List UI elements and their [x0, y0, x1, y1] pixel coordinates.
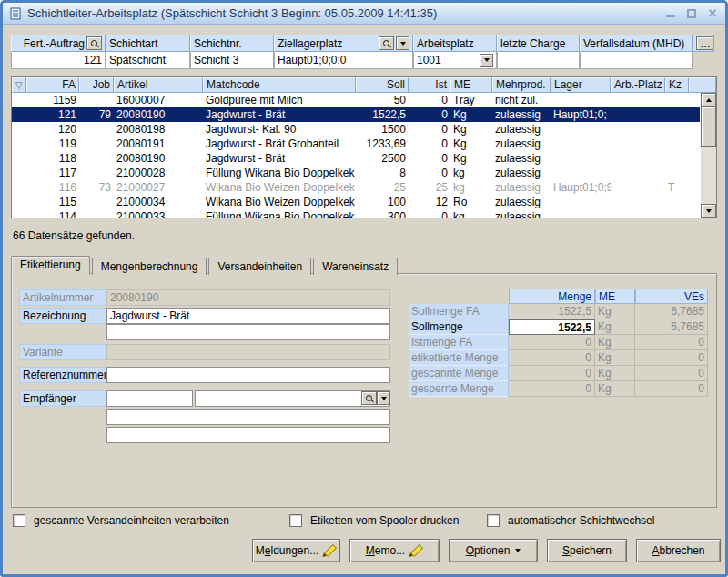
table-row[interactable]: 11721000028Füllung Wikana Bio Doppelkek8…: [12, 166, 716, 180]
empfaenger-dropdown-button[interactable]: [377, 391, 390, 405]
arrow-up-icon: [706, 98, 712, 102]
verfallsdatum-value[interactable]: [580, 52, 693, 69]
column-header-mehrprod[interactable]: Mehrprod.: [492, 77, 551, 93]
arbeitsplatz-dropdown-button[interactable]: [480, 54, 493, 67]
qty-menge: 0: [509, 366, 595, 381]
ziellagerplatz-value[interactable]: Haupt01;0;0;0: [274, 52, 413, 69]
schichtart-value[interactable]: Spätschicht: [106, 52, 190, 69]
cell-fa: 115: [26, 195, 79, 209]
maximize-button[interactable]: [684, 7, 699, 20]
arbeitsplatz-combo[interactable]: 1001: [413, 52, 497, 69]
table-row[interactable]: 11920080191Jagdwurst - Brät Grobanteil12…: [12, 137, 716, 151]
column-header-artikel[interactable]: Artikel: [114, 77, 203, 93]
cell-soll: 1522,5: [356, 107, 409, 122]
empfaenger-code-input[interactable]: [106, 390, 193, 407]
table-row[interactable]: 11820080190Jagdwurst - Brät25000Kgzulaes…: [12, 151, 716, 166]
cell-matchcode: Jagdwurst - Brät: [203, 107, 356, 122]
button-meldungen[interactable]: Meldungen...: [252, 539, 340, 562]
table-row[interactable]: 115916000007Goldpüree mit Milch500Trayni…: [12, 93, 716, 107]
column-header-matchcode[interactable]: Matchcode: [203, 77, 356, 93]
tab-1[interactable]: Etikettierung: [11, 256, 90, 275]
titlebar[interactable]: Schichtleiter-Arbeitsplatz (Spätschicht …: [3, 3, 725, 25]
column-header-job[interactable]: Job: [79, 77, 114, 93]
cell-artikel: 21000033: [114, 209, 203, 218]
ziellagerplatz-search-button[interactable]: [379, 36, 394, 50]
sort-icon[interactable]: ▽: [12, 77, 26, 93]
bezeichnung-input-2[interactable]: [106, 324, 390, 340]
column-header-arbplatz[interactable]: Arb.-Platz: [611, 77, 665, 93]
search-icon: [91, 40, 97, 46]
app-window: Schichtleiter-Arbeitsplatz (Spätschicht …: [0, 0, 728, 577]
button-memo[interactable]: Memo...: [349, 539, 440, 562]
cell-fa: 120: [26, 122, 79, 137]
table-row[interactable]: 12020080198Jagdwurst- Kal. 9015000Kgzula…: [12, 122, 716, 137]
qty-header-spacer: [409, 288, 509, 304]
button-abbrechen[interactable]: Abbrechen: [636, 539, 721, 562]
column-header-soll[interactable]: Soll: [356, 77, 409, 93]
table-row[interactable]: 11521000034Wikana Bio Weizen Doppelkek10…: [12, 195, 716, 209]
cell-soll: 100: [356, 195, 409, 209]
chevron-down-icon: [381, 397, 387, 400]
filter-header-schichtart: Schichtart: [106, 35, 190, 52]
empfaenger-line3-input[interactable]: [106, 427, 390, 443]
empfaenger-line2-input[interactable]: [106, 409, 390, 425]
variante-label: Variante: [19, 344, 106, 360]
qty-menge[interactable]: 1522,5: [509, 319, 595, 335]
table-row[interactable]: 1167321000027Wikana Bio Weizen Doppelkek…: [12, 180, 716, 195]
checkbox-3[interactable]: automatischer Schichtwechsel: [487, 514, 654, 527]
button-label: Meldungen...: [256, 544, 318, 557]
schichtnr-value[interactable]: Schicht 3: [190, 52, 274, 69]
scroll-down-button[interactable]: [701, 204, 716, 218]
table-row[interactable]: 11421000033Füllung Wikana Bio Doppelkek3…: [12, 209, 716, 218]
minimize-button[interactable]: [663, 7, 678, 20]
checkbox-1[interactable]: gescannte Versandeinheiten verarbeiten: [13, 514, 229, 527]
referenznummer-input[interactable]: [106, 367, 390, 383]
fert-auftrag-value[interactable]: 121: [11, 52, 106, 69]
cell-ist: 0: [409, 93, 450, 107]
fert-auftrag-search-button[interactable]: [86, 36, 102, 50]
tab-3[interactable]: Versandeinheiten: [208, 258, 311, 275]
button-label: Optionen: [466, 544, 511, 557]
cell-artikel: 21000034: [114, 195, 203, 209]
more-button[interactable]: ...: [696, 36, 714, 50]
empfaenger-buttons: [361, 391, 390, 406]
qty-me: Kg: [595, 366, 635, 381]
tab-4[interactable]: Wareneinsatz: [313, 258, 398, 275]
checkbox-box[interactable]: [13, 514, 25, 527]
button-optionen[interactable]: Optionen: [449, 539, 538, 562]
qty-ves: 6,7685: [635, 319, 708, 335]
ziellagerplatz-dropdown-button[interactable]: [396, 36, 410, 50]
vertical-scrollbar[interactable]: [700, 93, 716, 218]
column-header-kz[interactable]: Kz: [665, 77, 689, 93]
column-header-me[interactable]: ME: [450, 77, 492, 93]
filter-header-schichtnr: Schichtnr.: [190, 35, 274, 52]
cell-artikel: 20080198: [114, 122, 203, 137]
letzte-charge-value[interactable]: [497, 52, 580, 69]
checkbox-box[interactable]: [289, 514, 302, 527]
column-header-ist[interactable]: Ist: [409, 77, 450, 93]
status-text: 66 Datensätze gefunden.: [13, 229, 135, 242]
checkbox-label: Etiketten vom Spooler drucken: [310, 514, 459, 527]
table-row[interactable]: 1217920080190Jagdwurst - Brät1522,50Kgzu…: [12, 107, 716, 122]
column-header-lager[interactable]: Lager: [551, 77, 611, 93]
scrollbar-thumb[interactable]: [701, 106, 716, 147]
tab-2[interactable]: Mengenberechnung: [92, 258, 207, 275]
cell-artikel: 16000007: [114, 93, 203, 107]
checkbox-box[interactable]: [487, 514, 500, 527]
empfaenger-search-button[interactable]: [361, 391, 377, 405]
scroll-up-button[interactable]: [701, 93, 716, 106]
cell-arbplatz: [611, 122, 665, 137]
checkbox-2[interactable]: Etiketten vom Spooler drucken: [289, 514, 459, 527]
button-label: Memo...: [366, 544, 405, 557]
column-header-fa[interactable]: FA: [26, 77, 79, 93]
cell-artikel: 20080191: [114, 137, 203, 151]
row-indicator-cell: [12, 151, 26, 166]
close-button[interactable]: [705, 7, 720, 20]
cell-matchcode: Jagdwurst - Brät: [203, 151, 356, 166]
cell-mehrprod: zulaessig: [492, 107, 551, 122]
cell-me: kg: [450, 209, 492, 218]
cell-arbplatz: [611, 137, 665, 151]
bezeichnung-input[interactable]: [106, 308, 390, 324]
qty-label: Sollmenge FA: [409, 304, 509, 319]
button-speichern[interactable]: Speichern: [547, 539, 627, 562]
